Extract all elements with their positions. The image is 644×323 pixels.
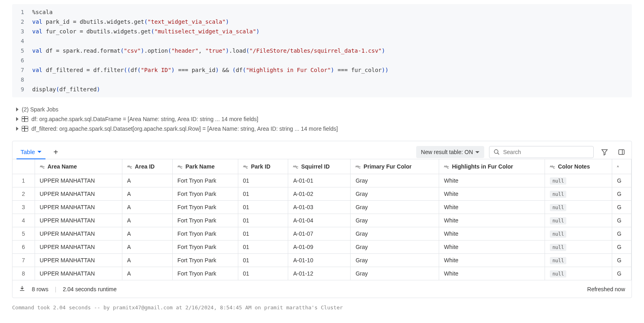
output-section: (2) Spark Jobs df: org.apache.spark.sql.… (12, 101, 632, 137)
df-filtered-schema-toggle[interactable]: df_filtered: org.apache.spark.sql.Datase… (16, 124, 632, 134)
column-header-partial[interactable]: ᴬ (612, 159, 631, 174)
cell: 01 (238, 201, 288, 214)
code-line[interactable]: 3val fur_color = dbutils.widgets.get("mu… (12, 27, 632, 36)
cell: A (122, 174, 172, 187)
spark-jobs-toggle[interactable]: (2) Spark Jobs (16, 105, 632, 114)
column-header[interactable]: ᴬᴮc Area Name (35, 159, 122, 174)
spark-jobs-label: (2) Spark Jobs (22, 106, 58, 113)
code-line[interactable]: 6 (12, 56, 632, 65)
cell-color-notes: null (545, 254, 612, 267)
chevron-down-icon (37, 151, 41, 153)
search-box[interactable] (489, 146, 594, 158)
cell: UPPER MANHATTAN (35, 241, 122, 254)
code-content[interactable]: val fur_color = dbutils.widgets.get("mul… (32, 27, 632, 36)
cell: Gray (351, 187, 439, 201)
code-line[interactable]: 9display(df_filtered) (12, 84, 632, 94)
column-header[interactable]: ᴬᴮc Color Notes (545, 159, 612, 174)
cell: UPPER MANHATTAN (35, 254, 122, 267)
table-row[interactable]: 8UPPER MANHATTANAFort Tryon Park01A-01-1… (12, 267, 632, 280)
type-icon: ᴬᴮc (444, 165, 449, 169)
cell: Fort Tryon Park (172, 227, 238, 241)
new-result-table-dropdown[interactable]: New result table: ON (416, 146, 484, 158)
column-header[interactable]: ᴬᴮc Park ID (238, 159, 288, 174)
code-cell[interactable]: 1%scala2val park_id = dbutils.widgets.ge… (12, 4, 632, 97)
cell: A-01-07 (288, 227, 351, 241)
cell: UPPER MANHATTAN (35, 201, 122, 214)
table-row[interactable]: 3UPPER MANHATTANAFort Tryon Park01A-01-0… (12, 201, 632, 214)
cell-color-notes: null (545, 174, 612, 187)
column-label: Park Name (184, 163, 215, 170)
cell-partial: G (612, 254, 631, 267)
cell: 01 (238, 267, 288, 280)
line-number: 6 (12, 56, 32, 65)
table-row[interactable]: 2UPPER MANHATTANAFort Tryon Park01A-01-0… (12, 187, 632, 201)
code-content[interactable]: val df_filtered = df.filter((df("Park ID… (32, 65, 632, 75)
code-line[interactable]: 4 (12, 36, 632, 46)
cell: Gray (351, 227, 439, 241)
table-row[interactable]: 1UPPER MANHATTANAFort Tryon Park01A-01-0… (12, 174, 632, 187)
column-label: Squirrel ID (299, 163, 330, 170)
column-label: Area ID (134, 163, 155, 170)
cell-color-notes: null (545, 201, 612, 214)
code-line[interactable]: 5val df = spark.read.format("csv").optio… (12, 46, 632, 56)
null-badge: null (550, 217, 566, 224)
filter-button[interactable] (599, 146, 611, 158)
cell: A-01-01 (288, 174, 351, 187)
panel-toggle-button[interactable] (615, 146, 627, 158)
column-header[interactable]: ᴬᴮc Area ID (122, 159, 172, 174)
line-number: 9 (12, 84, 32, 94)
svg-point-0 (494, 150, 498, 153)
column-header[interactable]: ᴬᴮc Park Name (172, 159, 238, 174)
cell-partial: G (612, 267, 631, 280)
panel-icon (618, 148, 625, 156)
null-badge: null (550, 244, 566, 251)
download-icon (19, 285, 25, 292)
table-icon (22, 126, 28, 132)
search-input[interactable] (503, 149, 589, 155)
column-header[interactable]: ᴬᴮc Squirrel ID (288, 159, 351, 174)
line-number: 3 (12, 27, 32, 36)
cell: White (439, 187, 545, 201)
table-icon (22, 116, 28, 122)
code-content[interactable]: %scala (32, 7, 632, 17)
column-header[interactable]: ᴬᴮc Primary Fur Color (351, 159, 439, 174)
null-badge: null (550, 257, 566, 264)
cell: Fort Tryon Park (172, 241, 238, 254)
download-button[interactable] (19, 285, 25, 293)
cell: UPPER MANHATTAN (35, 267, 122, 280)
row-index-header (12, 159, 35, 174)
code-line[interactable]: 1%scala (12, 7, 632, 17)
code-line[interactable]: 8 (12, 75, 632, 84)
column-header[interactable]: ᴬᴮc Highlights in Fur Color (439, 159, 545, 174)
column-label: Primary Fur Color (362, 163, 411, 170)
null-badge: null (550, 230, 566, 238)
caret-icon (16, 117, 19, 121)
column-label: Park ID (250, 163, 270, 170)
row-index: 5 (12, 227, 35, 241)
tab-table[interactable]: Table (17, 145, 45, 159)
code-line[interactable]: 7val df_filtered = df.filter((df("Park I… (12, 65, 632, 75)
table-row[interactable]: 7UPPER MANHATTANAFort Tryon Park01A-01-1… (12, 254, 632, 267)
row-index: 8 (12, 267, 35, 280)
cell-partial: G (612, 214, 631, 227)
cell: A (122, 267, 172, 280)
code-line[interactable]: 2val park_id = dbutils.widgets.get("text… (12, 17, 632, 27)
table-row[interactable]: 6UPPER MANHATTANAFort Tryon Park01A-01-0… (12, 241, 632, 254)
table-row[interactable]: 5UPPER MANHATTANAFort Tryon Park01A-01-0… (12, 227, 632, 241)
cell: 01 (238, 241, 288, 254)
table-row[interactable]: 4UPPER MANHATTANAFort Tryon Park01A-01-0… (12, 214, 632, 227)
type-icon: ᴬᴮc (127, 165, 132, 169)
row-index: 2 (12, 187, 35, 201)
cell: Fort Tryon Park (172, 187, 238, 201)
search-icon (493, 149, 500, 155)
cell: 01 (238, 227, 288, 241)
cell: Gray (351, 174, 439, 187)
code-content[interactable]: val df = spark.read.format("csv").option… (32, 46, 632, 56)
add-tab-button[interactable]: + (50, 146, 62, 158)
df-schema-toggle[interactable]: df: org.apache.spark.sql.DataFrame = [Ar… (16, 114, 632, 124)
cell-color-notes: null (545, 187, 612, 201)
code-content[interactable]: val park_id = dbutils.widgets.get("text_… (32, 17, 632, 27)
code-content[interactable]: display(df_filtered) (32, 84, 632, 94)
cell: Gray (351, 201, 439, 214)
cell-partial: G (612, 241, 631, 254)
